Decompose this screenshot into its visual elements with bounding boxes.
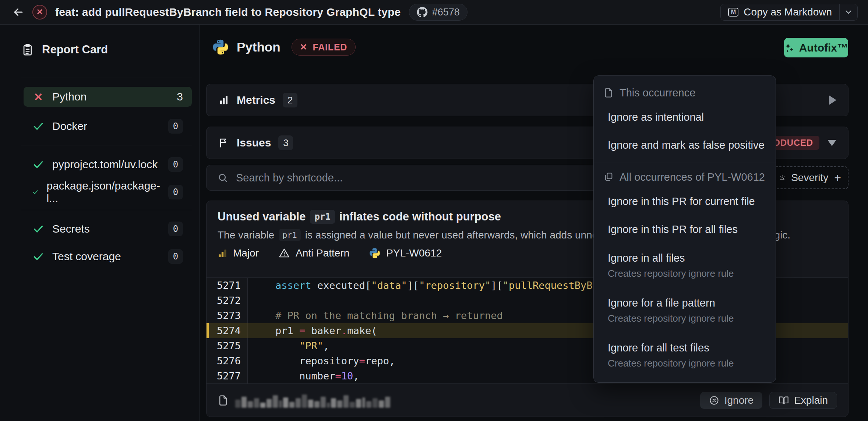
severity-filter-label: Severity	[791, 172, 828, 184]
book-open-icon	[779, 395, 789, 406]
issue-count-badge: 0	[168, 157, 183, 172]
search-icon	[218, 173, 228, 183]
sidebar-divider	[21, 145, 192, 145]
code-text: "PR",	[248, 340, 329, 351]
sparkles-icon	[784, 42, 795, 53]
menu-section-label: All occurrences of PYL-W0612	[620, 171, 765, 183]
check-icon	[32, 186, 38, 198]
menu-item-ignore-for-all-test-files[interactable]: Ignore for all test filesCreates reposit…	[594, 333, 776, 378]
menu-item-label: Ignore for all test files	[608, 342, 766, 354]
menu-divider	[594, 163, 776, 163]
filter-chevron-down-icon[interactable]	[828, 140, 836, 146]
language-title: Python	[237, 40, 280, 54]
page-title: feat: add pullRequestByBranch field to R…	[55, 6, 401, 18]
sidebar-item-label: pyproject.toml/uv.lock	[52, 158, 158, 171]
back-button[interactable]	[10, 4, 27, 20]
issues-label: Issues	[237, 137, 271, 149]
sidebar-item-test-coverage[interactable]: Test coverage0	[24, 247, 192, 266]
file-icon	[218, 395, 229, 406]
expand-chevron-icon[interactable]	[829, 95, 836, 105]
report-card-sidebar: Report Card ✕Python3Docker0pyproject.tom…	[0, 25, 200, 421]
issue-count-badge: 0	[168, 119, 183, 134]
issue-badges: Major Anti Pattern PYL-W0612	[218, 247, 442, 259]
shortcode-badge: PYL-W0612	[369, 247, 442, 259]
ignore-button[interactable]: Ignore	[700, 392, 762, 409]
sidebar-item-secrets[interactable]: Secrets0	[24, 219, 192, 239]
github-icon	[417, 7, 428, 18]
code-text: assert executed["data"]["repository"]["p…	[248, 280, 634, 291]
issue-footer: Ignore Explain	[207, 384, 848, 417]
menu-item-label: Ignore in this PR for all files	[608, 223, 766, 236]
severity-filter-button[interactable]: Severity +	[772, 166, 848, 189]
chevron-down-icon	[844, 7, 853, 17]
line-number: 5274	[207, 323, 248, 338]
menu-item-ignore-and-mark-as-false-positive[interactable]: Ignore and mark as false positive	[594, 131, 776, 159]
flag-icon	[218, 137, 229, 148]
copy-as-markdown-split-button: M Copy as Markdown	[720, 4, 858, 21]
menu-item-ignore-in-all-files[interactable]: Ignore in all filesCreates repository ig…	[594, 243, 776, 288]
issues-count: 3	[278, 135, 293, 150]
report-card-title: Report Card	[42, 43, 108, 56]
line-number: 5272	[207, 293, 248, 308]
menu-item-sublabel: Creates repository ignore rule	[608, 268, 766, 279]
failed-badge: ✕ FAILED	[292, 39, 356, 56]
file-path	[218, 393, 390, 408]
inline-code-chip: pr1	[279, 229, 301, 241]
copies-icon	[603, 172, 614, 182]
menu-item-ignore-as-intentional[interactable]: Ignore as intentional	[594, 103, 776, 131]
sidebar-item-label: package.json/package-l...	[46, 180, 160, 205]
metrics-label: Metrics	[237, 94, 275, 106]
language-header: Python ✕ FAILED	[212, 37, 356, 57]
menu-item-label: Ignore in all files	[608, 252, 766, 264]
menu-section-header: All occurrences of PYL-W0612	[594, 167, 776, 187]
autofix-button[interactable]: Autofix™	[784, 38, 848, 57]
menu-section-label: This occurrence	[620, 87, 695, 99]
sidebar-divider	[21, 210, 192, 210]
menu-item-label: Ignore and mark as false positive	[608, 139, 766, 151]
line-number: 5277	[207, 368, 248, 383]
python-icon	[369, 248, 380, 259]
sidebar-item-pyproject-toml-uv-lock[interactable]: pyproject.toml/uv.lock0	[24, 155, 192, 174]
explain-button[interactable]: Explain	[769, 392, 837, 409]
top-bar: ✕ feat: add pullRequestByBranch field to…	[0, 0, 868, 25]
menu-section-header: This occurrence	[594, 82, 776, 103]
alarm-icon	[779, 172, 785, 183]
x-icon: ✕	[32, 91, 44, 103]
line-number: 5271	[207, 278, 248, 293]
sidebar-item-package-json-package-l-[interactable]: package.json/package-l...0	[24, 182, 192, 202]
copy-as-markdown-button[interactable]: M Copy as Markdown	[721, 4, 839, 20]
pr-number-pill[interactable]: #6578	[409, 4, 467, 21]
ignore-options-menu: This occurrenceIgnore as intentionalIgno…	[593, 75, 776, 383]
sidebar-item-docker[interactable]: Docker0	[24, 116, 192, 136]
issue-count-badge: 0	[168, 185, 183, 199]
menu-item-ignore-for-a-file-pattern[interactable]: Ignore for a file patternCreates reposit…	[594, 288, 776, 333]
warning-triangle-icon	[279, 248, 290, 259]
menu-item-ignore-in-this-pr-for-all-files[interactable]: Ignore in this PR for all files	[594, 215, 776, 243]
report-card-header: Report Card	[0, 38, 200, 61]
issue-count-badge: 3	[177, 91, 183, 103]
clipboard-icon	[21, 43, 34, 56]
failed-status-icon: ✕	[32, 5, 47, 20]
markdown-icon: M	[728, 8, 738, 17]
arrow-left-icon	[12, 6, 25, 18]
copy-options-caret[interactable]	[840, 4, 857, 20]
issue-count-badge: 0	[168, 249, 183, 264]
explain-label: Explain	[794, 395, 828, 406]
menu-item-label: Ignore in this PR for current file	[608, 195, 766, 208]
sidebar-item-label: Python	[52, 91, 87, 103]
check-icon	[32, 251, 44, 262]
circle-x-icon	[709, 395, 719, 406]
menu-item-sublabel: Creates repository ignore rule	[608, 313, 766, 324]
sidebar-item-label: Test coverage	[52, 250, 121, 263]
ignore-label: Ignore	[724, 395, 754, 406]
menu-item-ignore-in-this-pr-for-current-file[interactable]: Ignore in this PR for current file	[594, 187, 776, 215]
category-badge: Anti Pattern	[279, 247, 349, 259]
sidebar-item-label: Docker	[52, 120, 87, 132]
sidebar-item-python[interactable]: ✕Python3	[24, 87, 192, 107]
inline-code-chip: pr1	[310, 210, 335, 224]
code-text: # PR on the matching branch → returned	[248, 310, 503, 321]
line-number: 5275	[207, 338, 248, 353]
severity-badge: Major	[218, 247, 259, 259]
code-text: repository=repo,	[248, 355, 395, 367]
line-number: 5273	[207, 308, 248, 323]
